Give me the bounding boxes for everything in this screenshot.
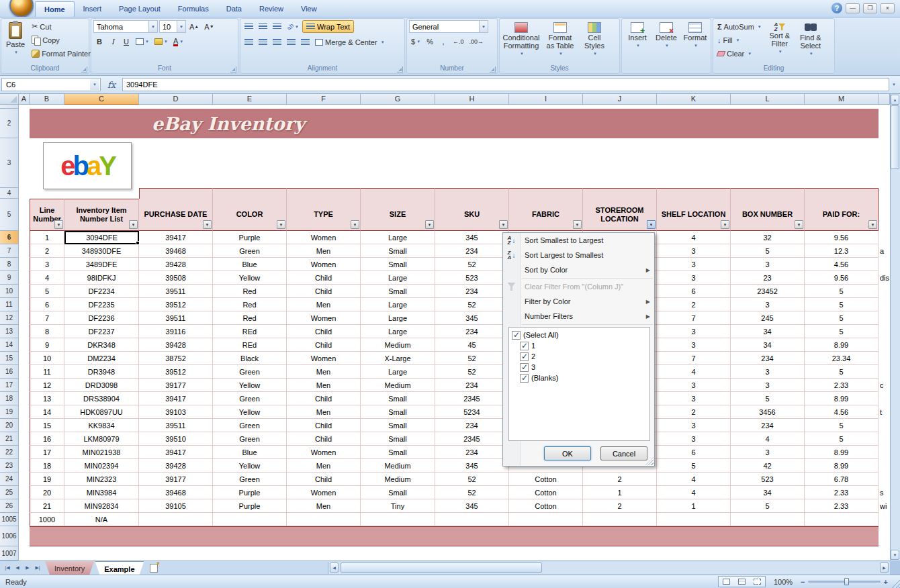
cell-M7[interactable]: 12.3 (805, 244, 879, 258)
cell-K10[interactable]: 6 (657, 285, 731, 298)
cell-D14[interactable]: 39428 (139, 338, 213, 352)
row-header-1007[interactable]: 1007 (0, 546, 19, 560)
number-dialog-launcher-icon[interactable] (490, 66, 496, 72)
filter-button-B[interactable]: ▼ (54, 220, 63, 229)
row-header-14[interactable]: 14 (0, 338, 19, 352)
cell-G7[interactable]: Small (361, 244, 435, 258)
percent-style-button[interactable]: % (424, 36, 436, 48)
merge-center-button[interactable]: Merge & Center▼ (313, 36, 387, 48)
cell-F15[interactable]: Women (287, 352, 361, 365)
cell-A8[interactable] (19, 258, 30, 271)
cell-N15[interactable] (879, 352, 890, 365)
cell-B13[interactable]: 8 (30, 325, 64, 338)
cell-B17[interactable]: 12 (30, 379, 64, 392)
cell-K23[interactable]: 5 (657, 459, 731, 473)
cell-D7[interactable]: 39468 (139, 244, 213, 258)
align-middle-button[interactable] (257, 21, 269, 33)
cell-F13[interactable]: Child (287, 325, 361, 338)
cell-N1006[interactable] (879, 526, 890, 546)
column-header-F[interactable]: F (287, 94, 361, 105)
cell-C12[interactable]: DF2236 (64, 311, 139, 325)
cell-N7[interactable]: a (879, 244, 890, 258)
cell-D15[interactable]: 38752 (139, 352, 213, 365)
cell-F20[interactable]: Child (287, 419, 361, 432)
cell-H7[interactable]: 234 (435, 244, 509, 258)
row-header-21[interactable]: 21 (0, 432, 19, 446)
cell-F10[interactable]: Child (287, 285, 361, 298)
cell-A11[interactable] (19, 298, 30, 311)
cell-K12[interactable]: 7 (657, 311, 731, 325)
cell-A23[interactable] (19, 459, 30, 473)
cell-C11[interactable]: DF2235 (64, 298, 139, 311)
cell-G23[interactable]: Medium (361, 459, 435, 473)
cell-F21[interactable]: Child (287, 432, 361, 446)
cell-B25[interactable]: 20 (30, 486, 64, 499)
cell-E21[interactable]: Green (213, 432, 287, 446)
cell-L1005[interactable] (731, 513, 805, 526)
cell-I1005[interactable] (509, 513, 583, 526)
cell-M15[interactable]: 23.34 (805, 352, 879, 365)
zoom-out-icon[interactable]: − (801, 578, 805, 586)
column-header-M[interactable]: M (805, 94, 879, 105)
cell-C21[interactable]: LKM80979 (64, 432, 139, 446)
cell-K8[interactable]: 3 (657, 258, 731, 271)
filter-checkbox-item-4[interactable]: (Blanks) (510, 373, 648, 383)
cell-E25[interactable]: Purple (213, 486, 287, 499)
cell-A15[interactable] (19, 352, 30, 365)
row-header-24[interactable]: 24 (0, 473, 19, 486)
cell-F25[interactable]: Women (287, 486, 361, 499)
row-header-6[interactable]: 6 (0, 231, 19, 244)
font-name-combo[interactable]: Tahoma▼ (93, 20, 158, 33)
cell-D22[interactable]: 39417 (139, 446, 213, 459)
row-header-4[interactable]: 4 (0, 188, 19, 199)
cell-N4[interactable] (879, 188, 890, 199)
cell-B22[interactable]: 17 (30, 446, 64, 459)
tab-review[interactable]: Review (251, 1, 292, 17)
cell-K1005[interactable] (657, 513, 731, 526)
formula-input[interactable]: 3094DFE (122, 78, 889, 91)
cell-N21[interactable] (879, 432, 890, 446)
cell-A26[interactable] (19, 499, 30, 513)
cell-F8[interactable]: Women (287, 258, 361, 271)
cell-B23[interactable]: 18 (30, 459, 64, 473)
cell-J25[interactable]: 1 (583, 486, 657, 499)
cell-G1005[interactable] (361, 513, 435, 526)
cell-A2[interactable] (19, 109, 30, 138)
cell-A25[interactable] (19, 486, 30, 499)
orientation-button[interactable]: ab▼ (285, 21, 301, 33)
row-header-7[interactable]: 7 (0, 244, 19, 258)
cell-A21[interactable] (19, 432, 30, 446)
cell-F6[interactable]: Women (287, 231, 361, 244)
align-left-button[interactable] (242, 36, 255, 48)
cell-G24[interactable]: Medium (361, 473, 435, 486)
cell-B26[interactable]: 21 (30, 499, 64, 513)
cell-G9[interactable]: Large (361, 271, 435, 285)
cell-L17[interactable]: 3 (731, 379, 805, 392)
format-cells-button[interactable]: Format▼ (682, 20, 709, 63)
cell-D17[interactable]: 39177 (139, 379, 213, 392)
column-header-A[interactable]: A (19, 94, 30, 105)
tab-formulas[interactable]: Formulas (169, 1, 218, 17)
last-sheet-icon[interactable]: ▶| (33, 563, 42, 573)
fill-button[interactable]: ↓Fill▼ (715, 34, 764, 46)
vertical-scrollbar[interactable]: ▲ ▼ (890, 94, 900, 560)
cell-L11[interactable]: 3 (731, 298, 805, 311)
cell-M16[interactable]: 5 (805, 365, 879, 379)
number-format-combo[interactable]: General▼ (409, 20, 488, 33)
row-header-10[interactable]: 10 (0, 285, 19, 298)
increase-indent-button[interactable] (299, 36, 312, 48)
cell-H1005[interactable] (435, 513, 509, 526)
cell-E15[interactable]: Black (213, 352, 287, 365)
cell-N5[interactable] (879, 199, 890, 231)
row-header-1006[interactable]: 1006 (0, 526, 19, 546)
cell-N25[interactable]: s (879, 486, 890, 499)
find-select-button[interactable]: Find & Select▼ (796, 20, 825, 63)
cell-J1005[interactable] (583, 513, 657, 526)
cell-E9[interactable]: Yellow (213, 271, 287, 285)
cell-E24[interactable]: Green (213, 473, 287, 486)
cell-H25[interactable]: 52 (435, 486, 509, 499)
row-header-15[interactable]: 15 (0, 352, 19, 365)
close-icon[interactable]: × (881, 3, 895, 13)
cell-L9[interactable]: 23 (731, 271, 805, 285)
cell-A16[interactable] (19, 365, 30, 379)
